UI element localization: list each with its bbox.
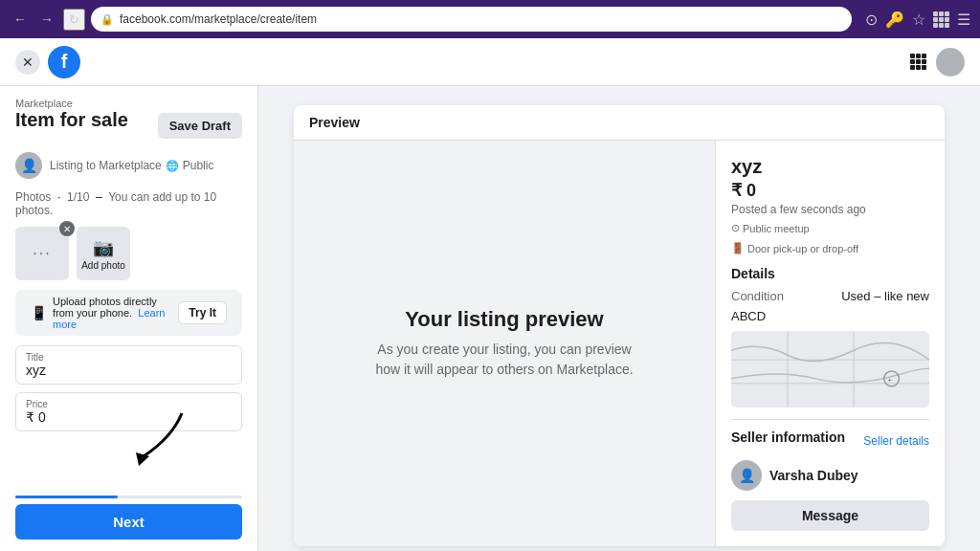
photos-row: ✕ ··· 📷 Add photo	[0, 221, 257, 286]
bookmark-button[interactable]: ☆	[912, 11, 925, 29]
add-photo-label: Add photo	[81, 260, 125, 271]
dropoff-badge: 🚪 Door pick-up or drop-off	[731, 242, 858, 254]
preview-desc-text: ABCD	[731, 309, 929, 323]
close-button[interactable]: ✕	[15, 50, 40, 75]
seller-row: 👤 Varsha Dubey	[731, 460, 929, 491]
next-button[interactable]: Next	[15, 504, 242, 540]
preview-card: Preview Your listing preview As you crea…	[294, 105, 945, 546]
preview-badges: ⊙ Public meetup 🚪 Door pick-up or drop-o…	[731, 222, 929, 254]
progress-bar-container	[0, 494, 257, 504]
globe-icon: 🌐	[166, 160, 179, 172]
upload-phone-row: 📱 Upload photos directly from your phone…	[15, 290, 242, 336]
preview-image-title: Your listing preview	[405, 307, 603, 332]
preview-image-desc: As you create your listing, you can prev…	[375, 340, 633, 380]
map-placeholder: +	[731, 331, 929, 408]
upload-phone-text: Upload photos directly from your phone. …	[53, 296, 178, 330]
photo-loading-indicator: ···	[33, 245, 51, 262]
door-icon: 🚪	[731, 242, 745, 254]
listing-to-text: Listing to Marketplace	[50, 159, 162, 172]
facebook-logo: f	[48, 46, 80, 78]
preview-time: Posted a few seconds ago	[731, 203, 929, 216]
seller-details-link[interactable]: Seller details	[863, 434, 929, 448]
title-value: xyz	[26, 363, 232, 378]
progress-bar-fill	[15, 496, 118, 498]
title-field-group[interactable]: Title xyz	[15, 345, 242, 385]
header-right	[910, 48, 965, 77]
preview-details: xyz ₹ 0 Posted a few seconds ago ⊙ Publi…	[715, 141, 945, 546]
listing-meta: Listing to Marketplace 🌐 Public	[50, 159, 213, 172]
price-value: ₹ 0	[26, 409, 232, 425]
phone-icon: 📱	[31, 305, 47, 320]
user-avatar-small: 👤	[15, 152, 42, 179]
url-text: facebook.com/marketplace/create/item	[120, 12, 317, 26]
breadcrumb: Marketplace	[15, 98, 128, 109]
try-it-button[interactable]: Try It	[178, 301, 227, 324]
preview-image-area: Your listing preview As you create your …	[294, 141, 715, 546]
back-button[interactable]: ←	[10, 10, 31, 29]
photos-label: Photos · 1/10 – You can add up to 10 pho…	[0, 187, 257, 221]
meetup-icon: ⊙	[731, 222, 740, 234]
message-button[interactable]: Message	[731, 500, 929, 531]
form-fields: Title xyz Price ₹ 0	[0, 340, 257, 494]
price-field-group[interactable]: Price ₹ 0	[15, 392, 242, 431]
panel-header: Marketplace Item for sale Save Draft	[0, 86, 257, 144]
save-draft-button[interactable]: Save Draft	[158, 113, 242, 139]
seller-section: Seller information Seller details 👤 Vars…	[731, 419, 929, 531]
price-label: Price	[26, 399, 232, 409]
apps-grid-icon[interactable]	[910, 54, 926, 70]
add-photo-button[interactable]: 📷 Add photo	[77, 227, 130, 280]
lock-icon: 🔒	[100, 13, 114, 26]
listing-info: 👤 Listing to Marketplace 🌐 Public	[0, 144, 257, 187]
main-layout: Marketplace Item for sale Save Draft 👤 L…	[0, 86, 980, 551]
meetup-label: Public meetup	[743, 223, 810, 234]
menu-button[interactable]: ☰	[957, 11, 970, 29]
dropoff-label: Door pick-up or drop-off	[747, 243, 858, 254]
photo-thumb-1: ✕ ···	[15, 227, 69, 280]
title-label: Title	[26, 352, 232, 363]
svg-text:+: +	[888, 376, 893, 385]
condition-key: Condition	[731, 289, 784, 303]
meetup-badge: ⊙ Public meetup	[731, 222, 810, 234]
seller-section-header: Seller information Seller details	[731, 430, 929, 452]
account-button[interactable]: ⊙	[865, 11, 878, 29]
refresh-button[interactable]: ↻	[63, 9, 85, 31]
seller-avatar: 👤	[731, 460, 762, 491]
browser-chrome: ← → ↻ 🔒 facebook.com/marketplace/create/…	[0, 0, 980, 38]
preview-item-title: xyz	[731, 156, 929, 178]
password-button[interactable]: 🔑	[885, 11, 904, 29]
apps-icon[interactable]	[933, 11, 949, 28]
fb-header: ✕ f	[0, 38, 980, 86]
preview-price: ₹ 0	[731, 180, 929, 201]
progress-bar-track	[15, 496, 242, 498]
right-content: Preview Your listing preview As you crea…	[258, 86, 980, 551]
left-panel: Marketplace Item for sale Save Draft 👤 L…	[0, 86, 258, 551]
map-svg: +	[731, 331, 929, 408]
remove-photo-button[interactable]: ✕	[59, 221, 75, 236]
condition-row: Condition Used – like new	[731, 289, 929, 303]
user-avatar[interactable]	[936, 48, 965, 77]
page-title: Item for sale	[15, 109, 128, 131]
seller-name: Varsha Dubey	[769, 468, 858, 483]
seller-section-title: Seller information	[731, 430, 845, 445]
browser-actions: ⊙ 🔑 ☆ ☰	[865, 11, 970, 29]
preview-label: Preview	[294, 105, 945, 141]
forward-button[interactable]: →	[36, 10, 57, 29]
details-section-title: Details	[731, 266, 929, 281]
address-bar[interactable]: 🔒 facebook.com/marketplace/create/item	[91, 7, 852, 32]
public-label: Public	[183, 159, 214, 172]
preview-body: Your listing preview As you create your …	[294, 141, 945, 546]
svg-rect-1	[731, 332, 929, 408]
condition-val: Used – like new	[841, 289, 929, 303]
camera-icon: 📷	[93, 237, 114, 258]
